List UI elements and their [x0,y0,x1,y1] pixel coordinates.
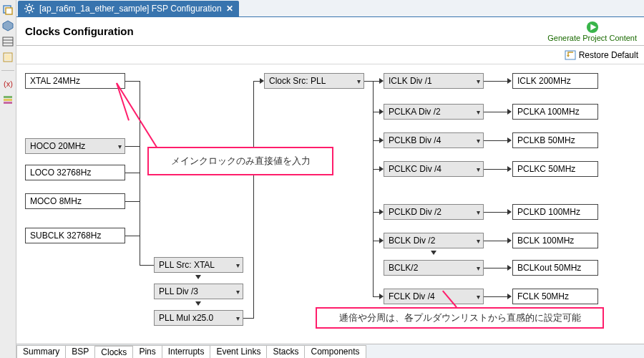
field-pll-src[interactable]: PLL Src: XTAL▾ [154,257,243,273]
cube-icon[interactable] [2,20,14,32]
field-pclkc-div[interactable]: PCLKC Div /4▾ [384,161,484,177]
svg-marker-2 [3,21,13,31]
restore-defaults-button[interactable]: Restore Default [562,48,641,62]
tab-summary[interactable]: Summary [16,345,66,358]
tab-fsp-config[interactable]: [ap_ra6m_1a_ether_sample] FSP Configurat… [18,1,239,16]
svg-rect-9 [4,96,12,98]
chevron-down-icon: ▾ [477,108,480,116]
chevron-down-icon: ▾ [477,264,480,272]
chevron-down-icon: ▾ [236,261,240,269]
field-bclk2[interactable]: BCLK/2▾ [384,260,484,276]
chevron-down-icon: ▾ [236,288,240,296]
stack-icon[interactable] [2,94,14,105]
out-iclk: ICLK 200MHz [512,73,598,89]
restore-icon[interactable] [2,4,14,16]
out-bclk: BCLK 100MHz [512,233,598,248]
tab-bsp[interactable]: BSP [65,345,95,358]
svg-line-18 [32,11,34,13]
tab-components[interactable]: Components [304,345,366,358]
editor-tabbar: [ap_ra6m_1a_ether_sample] FSP Configurat… [16,0,644,17]
chevron-down-icon: ▾ [477,208,480,216]
field-clock-src[interactable]: Clock Src: PLL▾ [264,73,364,89]
editor-tab-title: [ap_ra6m_1a_ether_sample] FSP Configurat… [39,4,222,14]
tab-event-links[interactable]: Event Links [210,345,267,358]
tab-pins[interactable]: Pins [132,345,162,358]
field-bclk-div[interactable]: BCLK Div /2▾ [384,233,484,248]
variable-icon[interactable]: (x) [2,78,14,90]
svg-rect-3 [3,37,13,46]
chevron-down-icon: ▾ [357,77,361,85]
bottom-tabs: Summary BSP Clocks Pins Interrupts Event… [16,344,644,358]
gear-icon [24,3,35,14]
field-hoco[interactable]: HOCO 20MHz▾ [25,138,125,154]
out-pclkb: PCLKB 50MHz [512,132,598,148]
left-toolbar: (x) [0,0,16,358]
restore-icon-2[interactable] [2,52,14,63]
field-loco: LOCO 32768Hz [25,165,125,180]
field-pclka-div[interactable]: PCLKA Div /2▾ [384,104,484,120]
chevron-down-icon: ▾ [236,314,240,322]
layout-rows-icon[interactable] [2,36,14,47]
chevron-down-icon: ▾ [477,165,480,173]
chevron-down-icon: ▾ [477,137,480,145]
svg-text:(x): (x) [4,79,13,88]
field-fclk-div[interactable]: FCLK Div /4▾ [384,289,484,304]
out-fclk: FCLK 50MHz [512,289,598,304]
field-subclk: SUBCLK 32768Hz [25,228,125,243]
out-bclkout: BCLKout 50MHz [512,260,598,276]
chevron-down-icon: ▾ [118,142,122,150]
field-pclkd-div[interactable]: PCLKD Div /2▾ [384,204,484,220]
header: Clocks Configuration Generate Project Co… [16,17,644,46]
svg-rect-11 [4,102,12,104]
field-pll-div[interactable]: PLL Div /3▾ [154,284,243,299]
chevron-down-icon: ▾ [477,293,480,301]
svg-line-20 [32,5,34,6]
out-pclka: PCLKA 100MHz [512,104,598,120]
svg-rect-7 [5,54,11,60]
restore-defaults-label: Restore Default [579,50,638,60]
out-pclkd: PCLKD 100MHz [512,204,598,220]
field-iclk-div[interactable]: ICLK Div /1▾ [384,73,484,89]
chevron-down-icon: ▾ [477,77,480,85]
out-pclkc: PCLKC 50MHz [512,161,598,177]
field-pll-mul[interactable]: PLL Mul x25.0▾ [154,310,243,326]
svg-rect-10 [4,99,12,101]
svg-point-12 [27,6,31,11]
field-xtal[interactable]: XTAL 24MHz [25,73,125,89]
restore-row: Restore Default [16,46,644,64]
callout-pulldown-hint: 逓倍や分周は、各プルダウンリストから直感的に設定可能 [316,307,604,329]
generate-project-button[interactable]: Generate Project Content [543,19,641,44]
close-icon[interactable]: ✕ [226,4,233,14]
svg-line-17 [26,5,27,6]
svg-line-19 [26,11,27,13]
restore-defaults-icon [565,49,576,61]
svg-rect-1 [6,8,12,14]
field-moco: MOCO 8MHz [25,193,125,209]
tab-stacks[interactable]: Stacks [266,345,305,358]
tab-clocks[interactable]: Clocks [94,345,133,358]
callout-direct-input: メインクロックのみ直接値を入力 [147,147,333,175]
generate-project-label: Generate Project Content [547,34,637,42]
page-title: Clocks Configuration [19,25,134,37]
chevron-down-icon: ▾ [477,237,480,245]
clocks-canvas: XTAL 24MHz HOCO 20MHz▾ LOCO 32768Hz MOCO… [16,64,644,344]
field-pclkb-div[interactable]: PCLKB Div /4▾ [384,132,484,148]
tab-interrupts[interactable]: Interrupts [162,345,211,358]
